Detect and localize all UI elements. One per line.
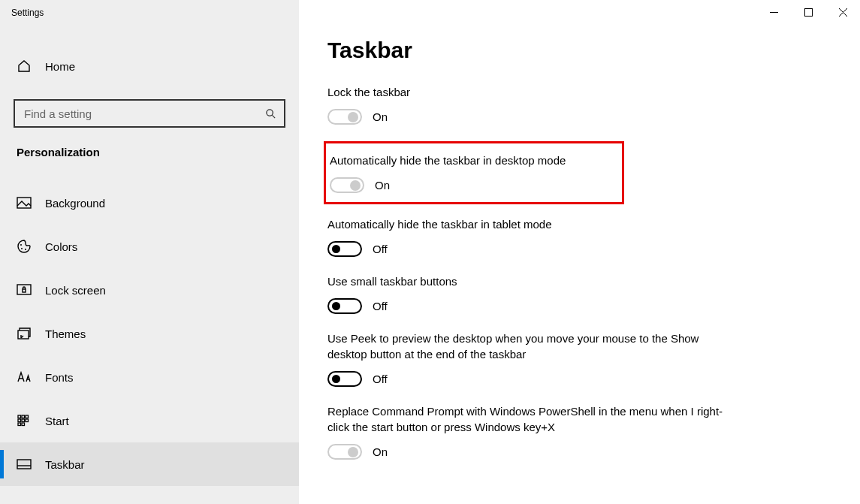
toggle-lock-taskbar[interactable] <box>327 109 362 125</box>
svg-point-0 <box>267 109 273 115</box>
sidebar-item-label: Start <box>45 415 69 427</box>
svg-rect-13 <box>22 419 25 422</box>
setting-small-buttons: Use small taskbar buttons Off <box>327 273 733 314</box>
background-icon <box>17 195 32 210</box>
fonts-icon <box>17 370 32 385</box>
setting-label: Lock the taskbar <box>327 84 733 100</box>
svg-rect-16 <box>22 423 25 426</box>
start-icon <box>17 413 32 428</box>
main-content: Taskbar Lock the taskbar On Automaticall… <box>299 0 860 504</box>
page-title: Taskbar <box>327 38 830 63</box>
svg-rect-8 <box>18 330 29 339</box>
sidebar-item-colors[interactable]: Colors <box>0 225 299 268</box>
lockscreen-icon <box>17 282 32 297</box>
svg-rect-15 <box>18 423 21 426</box>
setting-label: Automatically hide the taskbar in deskto… <box>330 152 610 168</box>
sidebar-item-themes[interactable]: Themes <box>0 312 299 355</box>
toggle-state: On <box>375 179 390 192</box>
colors-icon <box>17 239 32 254</box>
setting-lock-taskbar: Lock the taskbar On <box>327 84 733 125</box>
setting-label: Use small taskbar buttons <box>327 273 733 289</box>
svg-rect-14 <box>26 419 29 422</box>
sidebar-item-fonts[interactable]: Fonts <box>0 355 299 399</box>
svg-point-3 <box>20 244 22 246</box>
setting-autohide-desktop: Automatically hide the taskbar in deskto… <box>330 152 610 193</box>
window-controls <box>756 0 860 24</box>
sidebar-item-background[interactable]: Background <box>0 181 299 225</box>
svg-point-5 <box>25 249 26 250</box>
sidebar-item-label: Taskbar <box>45 458 85 471</box>
window-title: Settings <box>0 0 299 26</box>
sidebar-item-label: Fonts <box>45 371 74 384</box>
maximize-button[interactable] <box>791 0 825 24</box>
sidebar: Settings Home Personalization Background <box>0 0 299 504</box>
svg-rect-12 <box>18 419 21 422</box>
toggle-state: Off <box>373 373 388 385</box>
svg-rect-11 <box>26 415 29 418</box>
nav-list: Background Colors Lock screen <box>0 181 299 486</box>
setting-label: Replace Command Prompt with Windows Powe… <box>327 403 733 435</box>
sidebar-item-label: Background <box>45 197 105 210</box>
toggle-autohide-desktop[interactable] <box>330 177 364 193</box>
setting-label: Use Peek to preview the desktop when you… <box>327 330 733 362</box>
toggle-state: Off <box>373 243 388 255</box>
search-input[interactable] <box>24 107 265 120</box>
close-button[interactable] <box>825 0 860 24</box>
sidebar-item-label: Themes <box>45 327 86 340</box>
home-link[interactable]: Home <box>0 50 299 83</box>
svg-rect-9 <box>18 415 21 418</box>
category-heading: Personalization <box>0 128 299 158</box>
svg-rect-20 <box>804 8 812 16</box>
minimize-button[interactable] <box>756 0 791 24</box>
svg-rect-7 <box>23 289 26 292</box>
sidebar-item-start[interactable]: Start <box>0 399 299 442</box>
svg-line-1 <box>272 115 275 118</box>
sidebar-item-label: Colors <box>45 240 77 253</box>
setting-powershell: Replace Command Prompt with Windows Powe… <box>327 403 733 460</box>
toggle-small-buttons[interactable] <box>327 298 362 314</box>
home-icon <box>17 59 32 74</box>
search-icon <box>265 108 276 119</box>
themes-icon <box>17 326 32 341</box>
svg-rect-2 <box>17 198 31 208</box>
toggle-powershell[interactable] <box>327 444 362 460</box>
toggle-state: Off <box>373 300 388 312</box>
setting-peek: Use Peek to preview the desktop when you… <box>327 330 733 387</box>
home-label: Home <box>45 60 75 73</box>
sidebar-item-lockscreen[interactable]: Lock screen <box>0 268 299 312</box>
highlight-annotation: Automatically hide the taskbar in deskto… <box>324 141 624 204</box>
taskbar-icon <box>17 457 32 472</box>
toggle-state: On <box>373 110 388 123</box>
setting-autohide-tablet: Automatically hide the taskbar in tablet… <box>327 216 733 257</box>
svg-point-4 <box>21 248 23 249</box>
toggle-autohide-tablet[interactable] <box>327 241 362 257</box>
sidebar-item-label: Lock screen <box>45 284 106 297</box>
toggle-state: On <box>373 445 388 458</box>
search-box[interactable] <box>14 99 285 128</box>
sidebar-item-taskbar[interactable]: Taskbar <box>0 442 299 486</box>
toggle-peek[interactable] <box>327 371 362 387</box>
svg-rect-17 <box>17 460 31 469</box>
svg-rect-10 <box>22 415 25 418</box>
setting-label: Automatically hide the taskbar in tablet… <box>327 216 733 232</box>
